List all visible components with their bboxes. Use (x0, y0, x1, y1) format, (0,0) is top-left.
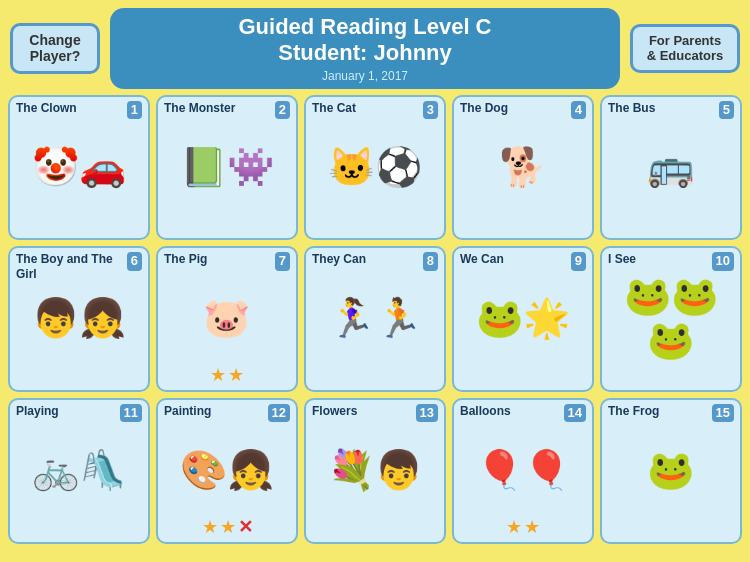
card-item-6[interactable]: 6The Boy and The Girl👦👧 (8, 246, 150, 392)
card-number-3: 3 (423, 101, 438, 119)
card-title-2: The Monster (164, 101, 235, 115)
card-title-13: Flowers (312, 404, 357, 418)
header: Change Player? Guided Reading Level C St… (0, 0, 750, 95)
card-item-13[interactable]: 13Flowers💐👦 (304, 398, 446, 544)
card-image-14: 🎈🎈 (468, 422, 578, 518)
card-number-10: 10 (712, 252, 734, 270)
parents-label: For Parents & Educators (647, 33, 724, 64)
card-number-13: 13 (416, 404, 438, 422)
card-image-5: 🚌 (616, 119, 726, 215)
card-title-9: We Can (460, 252, 504, 266)
card-item-8[interactable]: 8They Can🏃‍♀️🏃 (304, 246, 446, 392)
star-icon: ★ (210, 366, 226, 384)
card-item-7[interactable]: 7The Pig🐷★★ (156, 246, 298, 392)
card-image-13: 💐👦 (320, 422, 430, 518)
card-number-6: 6 (127, 252, 142, 270)
card-item-3[interactable]: 3The Cat🐱⚽ (304, 95, 446, 241)
card-number-9: 9 (571, 252, 586, 270)
card-title-6: The Boy and The Girl (16, 252, 126, 281)
card-number-14: 14 (564, 404, 586, 422)
card-title-7: The Pig (164, 252, 207, 266)
card-stars-12: ★★✕ (202, 518, 253, 536)
card-image-10: 🐸🐸🐸 (616, 270, 726, 366)
card-number-11: 11 (120, 404, 142, 422)
star-icon: ★ (506, 518, 522, 536)
card-grid: 1The Clown🤡🚗2The Monster📗👾3The Cat🐱⚽4The… (0, 95, 750, 552)
card-image-11: 🚲🛝 (24, 422, 134, 518)
card-image-9: 🐸🌟 (468, 270, 578, 366)
card-item-5[interactable]: 5The Bus🚌 (600, 95, 742, 241)
star-icon: ★ (524, 518, 540, 536)
card-item-11[interactable]: 11Playing🚲🛝 (8, 398, 150, 544)
title-line1: Guided Reading Level C Student: Johnny (130, 14, 600, 67)
card-number-4: 4 (571, 101, 586, 119)
card-image-8: 🏃‍♀️🏃 (320, 270, 430, 366)
card-item-1[interactable]: 1The Clown🤡🚗 (8, 95, 150, 241)
card-number-15: 15 (712, 404, 734, 422)
card-image-6: 👦👧 (24, 270, 134, 366)
card-image-2: 📗👾 (172, 119, 282, 215)
title-box: Guided Reading Level C Student: Johnny J… (110, 8, 620, 89)
card-image-12: 🎨👧 (172, 422, 282, 518)
card-title-3: The Cat (312, 101, 356, 115)
card-number-2: 2 (275, 101, 290, 119)
card-image-4: 🐕 (468, 119, 578, 215)
card-item-4[interactable]: 4The Dog🐕 (452, 95, 594, 241)
card-title-4: The Dog (460, 101, 508, 115)
card-number-7: 7 (275, 252, 290, 270)
card-number-5: 5 (719, 101, 734, 119)
card-title-12: Painting (164, 404, 211, 418)
star-icon: ★ (220, 518, 236, 536)
card-stars-14: ★★ (506, 518, 540, 536)
card-number-8: 8 (423, 252, 438, 270)
card-item-14[interactable]: 14Balloons🎈🎈★★ (452, 398, 594, 544)
card-number-1: 1 (127, 101, 142, 119)
star-icon: ★ (228, 366, 244, 384)
x-mark-icon: ✕ (238, 518, 253, 536)
card-title-11: Playing (16, 404, 59, 418)
change-player-label: Change Player? (29, 32, 80, 65)
card-item-12[interactable]: 12Painting🎨👧★★✕ (156, 398, 298, 544)
card-item-2[interactable]: 2The Monster📗👾 (156, 95, 298, 241)
title-date: January 1, 2017 (130, 69, 600, 83)
card-title-1: The Clown (16, 101, 77, 115)
card-title-14: Balloons (460, 404, 511, 418)
card-image-7: 🐷 (172, 270, 282, 366)
parents-educators-button[interactable]: For Parents & Educators (630, 24, 740, 73)
star-icon: ★ (202, 518, 218, 536)
card-item-9[interactable]: 9We Can🐸🌟 (452, 246, 594, 392)
card-title-5: The Bus (608, 101, 655, 115)
card-title-8: They Can (312, 252, 366, 266)
card-image-3: 🐱⚽ (320, 119, 430, 215)
change-player-button[interactable]: Change Player? (10, 23, 100, 75)
card-title-15: The Frog (608, 404, 659, 418)
card-item-15[interactable]: 15The Frog🐸 (600, 398, 742, 544)
card-stars-7: ★★ (210, 366, 244, 384)
card-title-10: I See (608, 252, 636, 266)
card-item-10[interactable]: 10I See🐸🐸🐸 (600, 246, 742, 392)
card-image-15: 🐸 (616, 422, 726, 518)
card-number-12: 12 (268, 404, 290, 422)
card-image-1: 🤡🚗 (24, 119, 134, 215)
